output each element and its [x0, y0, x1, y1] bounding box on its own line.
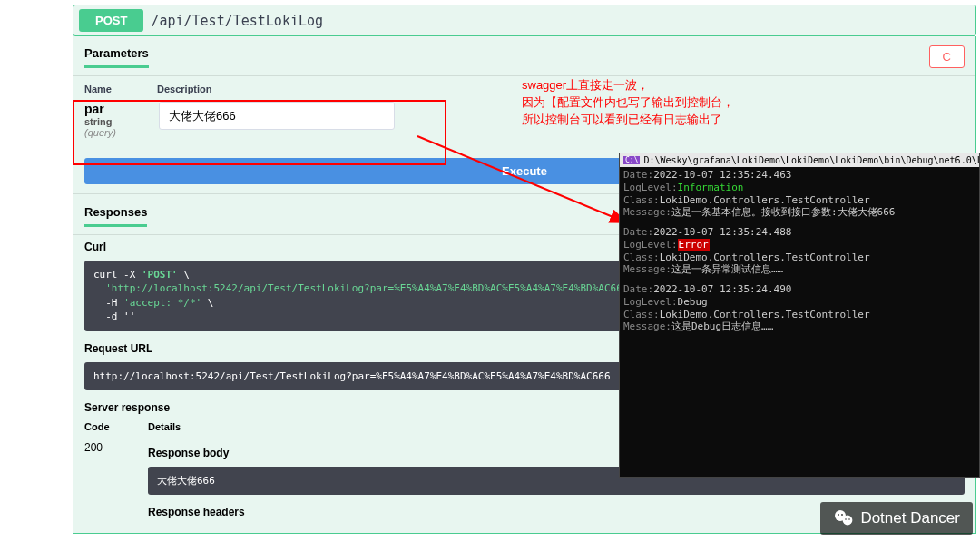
svg-point-3: [843, 516, 853, 526]
details-header: Details: [148, 421, 181, 432]
endpoint-header[interactable]: POST /api/Test/TestLokiLog: [73, 5, 976, 36]
console-titlebar[interactable]: C:\ D:\Wesky\grafana\LokiDemo\LokiDemo\L…: [620, 153, 979, 167]
param-type: string: [84, 116, 148, 127]
console-window[interactable]: C:\ D:\Wesky\grafana\LokiDemo\LokiDemo\L…: [619, 153, 980, 478]
parameters-title: Parameters: [84, 46, 149, 68]
endpoint-path: /api/Test/TestLokiLog: [151, 13, 323, 29]
column-description-header: Description: [157, 84, 212, 94]
responses-title: Responses: [84, 205, 147, 227]
svg-point-7: [849, 518, 851, 520]
watermark-text: Dotnet Dancer: [860, 509, 960, 527]
wechat-icon: [833, 508, 855, 529]
param-value-input[interactable]: [159, 102, 395, 130]
column-name-header: Name: [84, 84, 157, 94]
response-code: 200: [84, 441, 148, 520]
console-app-icon: C:\: [623, 156, 640, 164]
console-output[interactable]: Date:2022-10-07 12:35:24.463LogLevel:Inf…: [620, 167, 979, 335]
annotation-text: swagger上直接走一波， 因为【配置文件内也写了输出到控制台， 所以控制台可…: [522, 77, 734, 129]
code-header: Code: [84, 421, 148, 432]
http-method-badge: POST: [79, 9, 143, 32]
console-title: D:\Wesky\grafana\LokiDemo\LokiDemo\LokiD…: [643, 155, 980, 165]
svg-point-5: [841, 514, 843, 516]
watermark: Dotnet Dancer: [820, 502, 973, 535]
param-in: (query): [84, 127, 148, 138]
svg-point-4: [838, 514, 839, 516]
param-name: par: [84, 102, 148, 116]
cancel-button[interactable]: C: [929, 45, 965, 68]
svg-point-6: [846, 518, 848, 520]
